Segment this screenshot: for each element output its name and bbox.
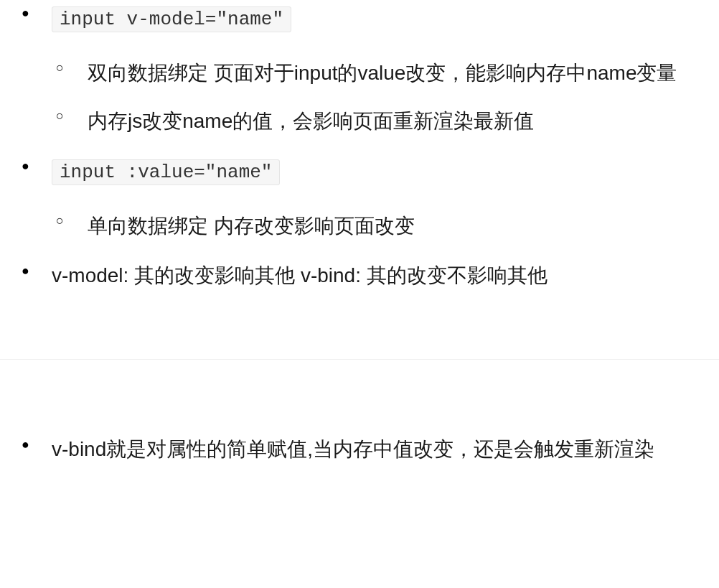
section-divider: v-bind就是对属性的简单赋值,当内存中值改变，还是会触发重新渲染 [0,359,719,467]
sub-list-item: 双向数据绑定 页面对于input的value改变，能影响内存中name变量 [52,54,719,92]
list-item-text: v-model: 其的改变影响其他 v-bind: 其的改变不影响其他 [52,264,548,286]
main-list-section2: v-bind就是对属性的简单赋值,当内存中值改变，还是会触发重新渲染 [0,431,719,467]
list-item: v-model: 其的改变影响其他 v-bind: 其的改变不影响其他 [0,258,719,294]
sub-list-item: 内存js改变name的值，会影响页面重新渲染最新值 [52,102,719,140]
code-snippet: input :value="name" [52,159,280,185]
sub-list-item: 单向数据绑定 内存改变影响页面改变 [52,207,719,245]
sub-list: 双向数据绑定 页面对于input的value改变，能影响内存中name变量 内存… [52,54,719,140]
main-list-section1: input v-model="name" 双向数据绑定 页面对于input的va… [0,0,719,294]
list-item: input v-model="name" 双向数据绑定 页面对于input的va… [0,0,719,140]
list-item: input :value="name" 单向数据绑定 内存改变影响页面改变 [0,153,719,245]
code-snippet: input v-model="name" [52,6,291,32]
list-item: v-bind就是对属性的简单赋值,当内存中值改变，还是会触发重新渲染 [0,431,719,467]
list-item-text: v-bind就是对属性的简单赋值,当内存中值改变，还是会触发重新渲染 [52,438,654,460]
sub-list: 单向数据绑定 内存改变影响页面改变 [52,207,719,245]
